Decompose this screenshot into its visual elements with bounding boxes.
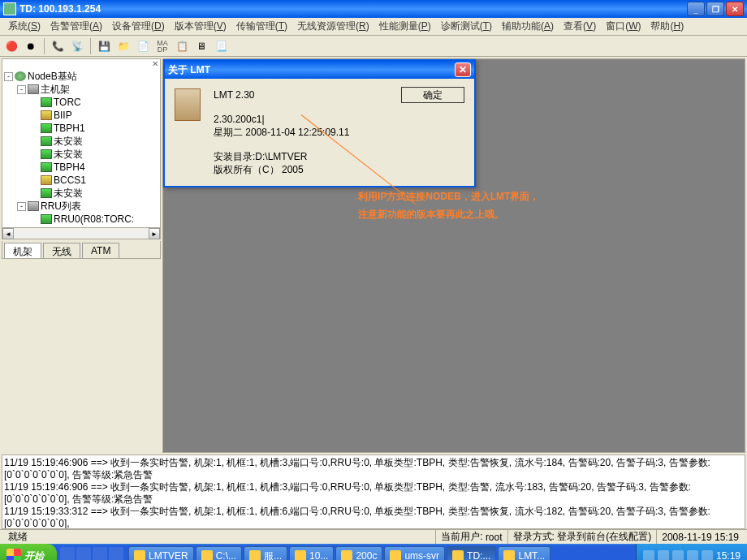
task-button[interactable]: LMT... xyxy=(498,546,551,560)
ql-icon[interactable] xyxy=(76,547,91,560)
statusbar: 就绪 当前用户: root 登录方式: 登录到前台(在线配置) 2008-11-… xyxy=(0,529,747,544)
close-button[interactable]: ✕ xyxy=(726,2,744,16)
tray-icon[interactable] xyxy=(672,550,684,560)
tool-doc-icon[interactable]: 📄 xyxy=(135,38,151,54)
about-install: 安装目录:D:\LMTVER xyxy=(214,150,464,163)
task-button[interactable]: TD:... xyxy=(447,546,496,560)
tree-tab-机架[interactable]: 机架 xyxy=(4,243,41,258)
menu-v[interactable]: 版本管理(V) xyxy=(170,18,231,35)
ql-icon[interactable] xyxy=(60,547,75,560)
status-time: 2008-11-19 15:19 xyxy=(656,530,744,544)
status-ready: 就绪 xyxy=(3,530,435,544)
menu-p[interactable]: 性能测量(P) xyxy=(374,18,436,35)
tool-phone-icon[interactable]: 📞 xyxy=(50,38,66,54)
ql-icon[interactable] xyxy=(93,547,107,560)
menu-v[interactable]: 查看(V) xyxy=(559,18,601,35)
about-version: 2.30.200c1| xyxy=(214,113,464,126)
tree-node[interactable]: BCCS1 xyxy=(4,174,158,187)
menubar: 系统(S)告警管理(A)设备管理(D)版本管理(V)传输管理(T)无线资源管理(… xyxy=(0,18,747,36)
annotation-text: 利用IP方式连接NODEB，进入LMT界面， 注意新功能的版本要再此之上哦。 xyxy=(358,187,539,223)
tool-disconnect-icon[interactable]: 🔴 xyxy=(3,38,19,54)
tray-icon[interactable] xyxy=(702,550,713,560)
ok-button[interactable]: 确定 xyxy=(401,87,464,103)
tray-icon[interactable] xyxy=(643,550,654,560)
tool-record-icon[interactable]: ⏺ xyxy=(23,38,39,54)
start-button[interactable]: 开始 xyxy=(0,544,57,560)
scroll-right[interactable]: ► xyxy=(149,228,160,239)
tool-clip-icon[interactable]: 📋 xyxy=(174,38,190,54)
content-pane: 关于 LMT ✕ LMT 2.30 2.30.200c1| 星期二 2008-1… xyxy=(162,58,745,453)
menu-r[interactable]: 无线资源管理(R) xyxy=(292,18,374,35)
pane-close-icon[interactable]: ✕ xyxy=(2,59,160,68)
about-icon xyxy=(175,88,201,121)
task-button[interactable]: 200c xyxy=(335,546,382,560)
tree-node[interactable]: TBPH1 xyxy=(4,122,158,135)
tool-antenna-icon[interactable]: 📡 xyxy=(69,38,85,54)
tray-icon[interactable] xyxy=(687,550,698,560)
log-line: 11/19 15:19:46:906 ==> 收到一条实时告警, 机架:1, 机… xyxy=(4,481,743,506)
log-pane[interactable]: 11/19 15:19:46:906 ==> 收到一条实时告警, 机架:1, 机… xyxy=(2,454,745,529)
tree-node[interactable]: -主机架 xyxy=(4,83,158,96)
tray-icon[interactable] xyxy=(658,550,669,560)
tree-node[interactable]: 未安装 xyxy=(4,135,158,148)
tree-node[interactable]: 未安装 xyxy=(4,148,158,161)
tree-tab-无线[interactable]: 无线 xyxy=(43,243,80,258)
quick-launch xyxy=(57,547,127,560)
task-button[interactable]: 服... xyxy=(244,546,287,560)
menu-h[interactable]: 帮助(H) xyxy=(646,18,689,35)
menu-a[interactable]: 告警管理(A) xyxy=(45,18,107,35)
task-button[interactable]: LMTVER xyxy=(128,546,194,560)
ql-icon[interactable] xyxy=(109,547,123,560)
tree-node[interactable]: RRU0(R08:TORC: xyxy=(4,213,158,226)
app-icon xyxy=(3,2,16,15)
scroll-left[interactable]: ◄ xyxy=(2,228,14,239)
task-button[interactable]: 10... xyxy=(289,546,334,560)
task-buttons: LMTVERC:\...服...10...200cums-svrTD:...LM… xyxy=(127,546,636,560)
tray-clock: 15:19 xyxy=(716,550,741,560)
tree-node[interactable]: -RRU列表 xyxy=(4,200,158,213)
log-line: 11/19 15:19:33:312 ==> 收到一条实时告警, 机架:1, 机… xyxy=(4,506,743,529)
toolbar: 🔴 ⏺ 📞 📡 💾 📁 📄 MADP 📋 🖥 📃 xyxy=(0,36,747,57)
tool-folder-icon[interactable]: 📁 xyxy=(115,38,132,54)
tool-madp-icon[interactable]: MADP xyxy=(154,38,171,54)
windows-logo-icon xyxy=(6,549,21,560)
restore-button[interactable]: ❐ xyxy=(706,2,724,16)
tree-pane: ✕ -NodeB基站-主机架TORCBIIPTBPH1未安装未安装TBPH4BC… xyxy=(2,58,161,239)
task-button[interactable]: ums-svr xyxy=(384,546,445,560)
tree-node[interactable]: TORC xyxy=(4,96,158,109)
status-login: 登录方式: 登录到前台(在线配置) xyxy=(507,530,657,544)
app-titlebar: TD: 100.193.1.254 _ ❐ ✕ xyxy=(0,0,747,18)
minimize-button[interactable]: _ xyxy=(687,2,705,16)
system-tray[interactable]: 15:19 xyxy=(636,544,747,560)
taskbar: 开始 LMTVERC:\...服...10...200cums-svrTD:..… xyxy=(0,544,747,560)
menu-a[interactable]: 辅助功能(A) xyxy=(497,18,559,35)
about-copyright: 版权所有（C） 2005 xyxy=(214,163,464,176)
scroll-track[interactable] xyxy=(14,228,149,239)
tree-tab-ATM[interactable]: ATM xyxy=(82,243,119,258)
dialog-title: 关于 LMT xyxy=(168,63,455,77)
menu-d[interactable]: 设备管理(D) xyxy=(107,18,170,35)
log-line: 11/19 15:19:46:906 ==> 收到一条实时告警, 机架:1, 机… xyxy=(4,457,743,481)
tree-node[interactable]: -NodeB基站 xyxy=(4,70,158,83)
app-title: TD: 100.193.1.254 xyxy=(19,3,687,15)
tree-node[interactable]: BIIP xyxy=(4,109,158,122)
tool-server-icon[interactable]: 🖥 xyxy=(193,38,209,54)
tool-disk-icon[interactable]: 💾 xyxy=(96,38,112,54)
dialog-close-button[interactable]: ✕ xyxy=(455,62,471,77)
tree-tabs: 机架无线ATM xyxy=(2,241,161,259)
menu-w[interactable]: 窗口(W) xyxy=(601,18,646,35)
device-tree[interactable]: -NodeB基站-主机架TORCBIIPTBPH1未安装未安装TBPH4BCCS… xyxy=(2,68,160,227)
tool-page-icon[interactable]: 📃 xyxy=(213,38,229,54)
tree-node[interactable]: TBPH4 xyxy=(4,161,158,174)
about-build: 星期二 2008-11-04 12:25:09.11 xyxy=(214,126,464,139)
menu-t[interactable]: 诊断测试(T) xyxy=(436,18,497,35)
task-button[interactable]: C:\... xyxy=(196,546,242,560)
menu-s[interactable]: 系统(S) xyxy=(3,18,45,35)
tree-node[interactable]: 未安装 xyxy=(4,187,158,200)
about-dialog: 关于 LMT ✕ LMT 2.30 2.30.200c1| 星期二 2008-1… xyxy=(163,59,476,187)
menu-t[interactable]: 传输管理(T) xyxy=(231,18,292,35)
status-user: 当前用户: root xyxy=(435,530,507,544)
